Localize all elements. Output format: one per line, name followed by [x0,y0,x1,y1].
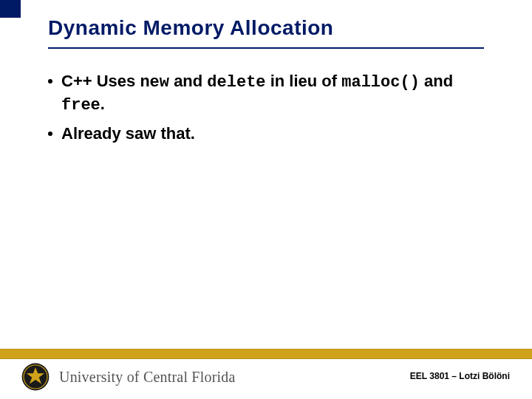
bullet-1-text-pre: C++ Uses [61,72,140,90]
footer-gold-bar [0,349,532,359]
slide: Dynamic Memory Allocation C++ Uses new a… [0,0,532,399]
keyword-malloc: malloc() [341,73,420,92]
course-credit: EEL 3801 – Lotzi Bölöni [410,371,510,381]
university-name: University of Central Florida [59,369,236,386]
bullet-1-text-mid3: and [420,72,453,90]
ucf-logo-icon [21,362,50,392]
accent-corner [0,0,21,18]
keyword-delete: delete [207,73,265,92]
keyword-free: free [61,96,100,115]
slide-body: C++ Uses new and delete in lieu of mallo… [48,71,495,152]
bullet-1: C++ Uses new and delete in lieu of mallo… [48,71,495,116]
university-branding: University of Central Florida [21,362,236,392]
bullet-1-text-mid1: and [169,72,207,90]
bullet-1-text-mid2: in lieu of [266,72,342,90]
keyword-new: new [140,73,169,92]
title-underline [48,47,484,49]
slide-title: Dynamic Memory Allocation [48,16,502,40]
footer: University of Central Florida EEL 3801 –… [0,349,532,399]
bullet-1-text-post: . [100,95,105,113]
bullet-2: Already saw that. [48,123,495,145]
